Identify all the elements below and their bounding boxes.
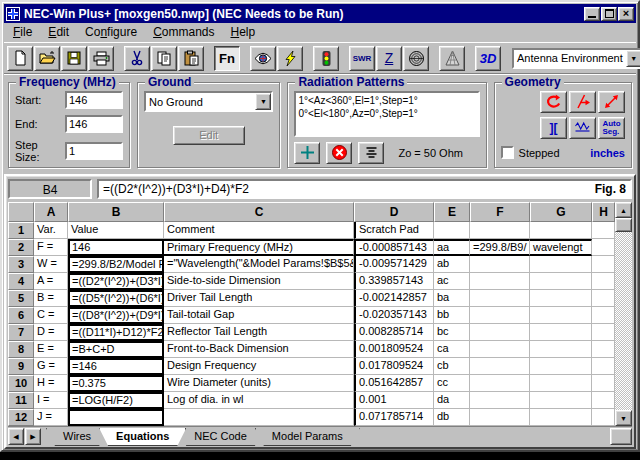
3d-button[interactable]: 3D [475, 46, 501, 71]
minimize-button[interactable] [584, 7, 600, 21]
formula-field[interactable]: =((D2*(I^2))+(D3*I)+D4)*F2 Fig. 8 [97, 179, 632, 199]
radiation-pattern-list[interactable]: 1°<Az<360°,El=1°,Step=1°0°<El<180°,Az=0°… [294, 91, 479, 137]
cell-F9[interactable] [470, 358, 530, 375]
cell-F6[interactable] [470, 307, 530, 324]
cell-C7[interactable]: Reflector Tail Length [164, 324, 354, 341]
paste-button[interactable] [178, 46, 204, 71]
cell-G11[interactable] [530, 392, 592, 409]
row-header-5[interactable]: 5 [8, 290, 34, 307]
impedance-button[interactable]: Z [376, 46, 402, 71]
auto-seg-button[interactable]: Auto Seg. [598, 117, 625, 139]
cell-H6[interactable] [592, 307, 615, 324]
cell-B6[interactable]: =((D8*(I^2))+(D9*I) [68, 307, 164, 324]
cell-B9[interactable]: =146 [68, 358, 164, 375]
cell-G6[interactable] [530, 307, 592, 324]
open-button[interactable] [34, 46, 60, 71]
cell-H4[interactable] [592, 273, 615, 290]
cell-C8[interactable]: Front-to-Back Dimension [164, 341, 354, 358]
cell-A9[interactable]: G = [34, 358, 68, 375]
cell-H9[interactable] [592, 358, 615, 375]
cell-D8[interactable]: 0.001809524 [354, 341, 434, 358]
radiation-pattern-entry[interactable]: 1°<Az<360°,El=1°,Step=1° [298, 94, 475, 107]
swr-button[interactable]: SWR [349, 46, 375, 71]
cell-D2[interactable]: -0.000857143 [354, 239, 434, 256]
tab-wires[interactable]: Wires [46, 428, 108, 446]
cell-E9[interactable]: cb [434, 358, 470, 375]
cell-E3[interactable]: ab [434, 256, 470, 273]
cell-E6[interactable]: bb [434, 307, 470, 324]
copy-button[interactable] [151, 46, 177, 71]
cell-A12[interactable]: J = [34, 409, 68, 426]
vertical-scrollbar[interactable]: ▲ ▼ [615, 202, 632, 426]
cell-D1[interactable]: Scratch Pad [354, 222, 434, 239]
smith-chart-button[interactable] [403, 46, 429, 71]
cell-H8[interactable] [592, 341, 615, 358]
menu-configure[interactable]: Configure [77, 23, 145, 42]
cell-G10[interactable] [530, 375, 592, 392]
cell-F10[interactable] [470, 375, 530, 392]
cell-H11[interactable] [592, 392, 615, 409]
row-header-9[interactable]: 9 [8, 358, 34, 375]
scroll-up-button[interactable]: ▲ [615, 202, 632, 218]
cell-E7[interactable]: bc [434, 324, 470, 341]
column-header-H[interactable]: H [592, 202, 615, 222]
horizontal-scrollbar[interactable] [610, 428, 632, 445]
cell-C10[interactable]: Wire Diameter (units) [164, 375, 354, 392]
tab-equations[interactable]: Equations [99, 428, 186, 446]
cell-B12[interactable] [68, 409, 164, 426]
menu-edit[interactable]: Edit [40, 23, 77, 42]
cell-G12[interactable] [530, 409, 592, 426]
cell-B3[interactable]: =299.8/B2/Model Pa [68, 256, 164, 273]
cell-B7[interactable]: =((D11*I)+D12)*F2 [68, 324, 164, 341]
line-arrow-button[interactable] [569, 91, 596, 113]
tab-scroll-right-button[interactable]: ▶ [25, 428, 41, 445]
row-header-8[interactable]: 8 [8, 341, 34, 358]
cell-E4[interactable]: ac [434, 273, 470, 290]
step-size-input[interactable] [65, 142, 123, 160]
cell-A6[interactable]: C = [34, 307, 68, 324]
cell-G5[interactable] [530, 290, 592, 307]
cell-C11[interactable]: Log of dia. in wl [164, 392, 354, 409]
cell-C6[interactable]: Tail-totail Gap [164, 307, 354, 324]
select-all-corner[interactable] [8, 202, 34, 222]
row-header-7[interactable]: 7 [8, 324, 34, 341]
cell-D4[interactable]: 0.339857143 [354, 273, 434, 290]
cell-G4[interactable] [530, 273, 592, 290]
cell-H2[interactable] [592, 239, 615, 256]
cell-G1[interactable] [530, 222, 592, 239]
cell-E11[interactable]: da [434, 392, 470, 409]
row-header-2[interactable]: 2 [8, 239, 34, 256]
cell-B1[interactable]: Value [68, 222, 164, 239]
cell-B8[interactable]: =B+C+D [68, 341, 164, 358]
cell-A4[interactable]: A = [34, 273, 68, 290]
menu-file[interactable]: File [5, 23, 40, 42]
cell-D3[interactable]: -0.009571429 [354, 256, 434, 273]
cell-G9[interactable] [530, 358, 592, 375]
scroll-down-button[interactable]: ▼ [615, 410, 632, 426]
fn-button[interactable]: Fn [214, 46, 240, 71]
close-button[interactable]: × [618, 7, 634, 21]
traffic-light-button[interactable] [313, 46, 339, 71]
cell-G2[interactable]: wavelengt [530, 239, 592, 256]
cell-B11[interactable]: =LOG(H/F2) [68, 392, 164, 409]
cell-E5[interactable]: ba [434, 290, 470, 307]
row-header-4[interactable]: 4 [8, 273, 34, 290]
cell-B10[interactable]: =0.375 [68, 375, 164, 392]
cell-C4[interactable]: Side-to-side Dimension [164, 273, 354, 290]
cell-F1[interactable] [470, 222, 530, 239]
end-input[interactable] [65, 115, 123, 133]
cell-D11[interactable]: 0.001 [354, 392, 434, 409]
cell-D6[interactable]: -0.020357143 [354, 307, 434, 324]
cell-F8[interactable] [470, 341, 530, 358]
chevron-down-icon[interactable]: ▼ [626, 50, 640, 67]
column-header-F[interactable]: F [470, 202, 530, 222]
scrollbar-track[interactable] [615, 232, 632, 410]
cell-G3[interactable] [530, 256, 592, 273]
column-header-B[interactable]: B [68, 202, 164, 222]
cell-D10[interactable]: 0.051642857 [354, 375, 434, 392]
chevron-down-icon[interactable]: ▼ [255, 93, 271, 110]
cell-E10[interactable]: cc [434, 375, 470, 392]
wire-wave-button[interactable] [569, 117, 596, 139]
cell-A8[interactable]: E = [34, 341, 68, 358]
cell-F2[interactable]: =299.8/B9/ [470, 239, 530, 256]
